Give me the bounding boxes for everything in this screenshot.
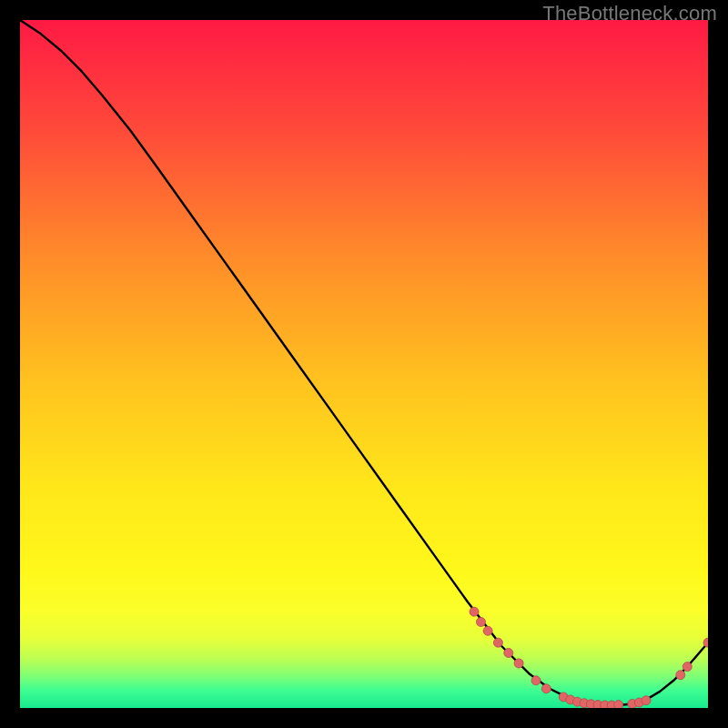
data-point [477, 618, 486, 627]
data-point [470, 607, 479, 616]
data-point [614, 701, 623, 708]
bottleneck-chart [20, 20, 708, 708]
data-point [682, 662, 692, 672]
data-point [531, 676, 541, 685]
data-point [642, 696, 651, 705]
data-point [514, 659, 523, 668]
watermark-text: TheBottleneck.com [542, 2, 717, 25]
data-point [483, 626, 492, 635]
data-point [493, 638, 502, 647]
chart-frame: TheBottleneck.com [0, 0, 728, 728]
data-point [504, 649, 513, 658]
data-point [676, 671, 685, 680]
data-point [541, 684, 551, 693]
